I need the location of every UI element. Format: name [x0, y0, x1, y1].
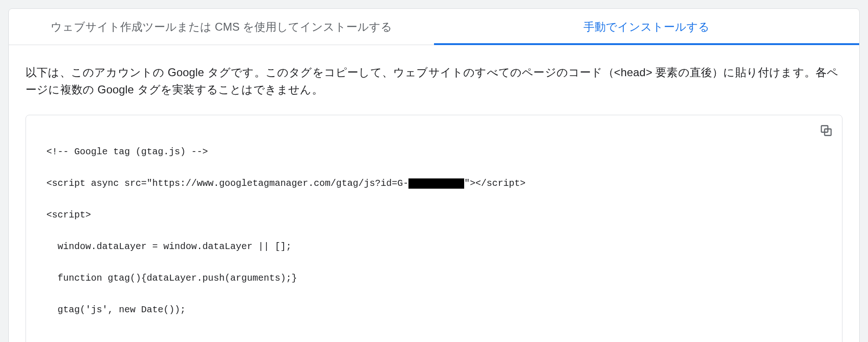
install-description: 以下は、このアカウントの Google タグです。このタグをコピーして、ウェブサ… [26, 64, 842, 98]
copy-icon [820, 124, 833, 138]
tab-install-via-builder[interactable]: ウェブサイト作成ツールまたは CMS を使用してインストールする [9, 9, 434, 45]
code-line-5: function gtag(){dataLayer.push(arguments… [46, 273, 297, 283]
code-line-4: window.dataLayer = window.dataLayer || [… [46, 241, 291, 252]
install-card: ウェブサイト作成ツールまたは CMS を使用してインストールする 手動でインスト… [8, 8, 860, 342]
install-manual-panel: 以下は、このアカウントの Google タグです。このタグをコピーして、ウェブサ… [9, 45, 859, 342]
code-line-2b: "></script> [464, 178, 525, 189]
code-line-3: <script> [46, 210, 91, 220]
code-line-2a: <script async src="https://www.googletag… [46, 178, 408, 189]
redacted-id-1 [408, 178, 464, 189]
tab-install-manual[interactable]: 手動でインストールする [434, 9, 859, 45]
code-snippet-card: <!-- Google tag (gtag.js) --> <script as… [26, 115, 842, 342]
code-line-1: <!-- Google tag (gtag.js) --> [46, 146, 208, 157]
code-line-6: gtag('js', new Date()); [46, 304, 186, 315]
code-snippet[interactable]: <!-- Google tag (gtag.js) --> <script as… [46, 128, 822, 342]
install-tabs: ウェブサイト作成ツールまたは CMS を使用してインストールする 手動でインスト… [9, 9, 859, 45]
copy-button[interactable] [817, 122, 836, 140]
